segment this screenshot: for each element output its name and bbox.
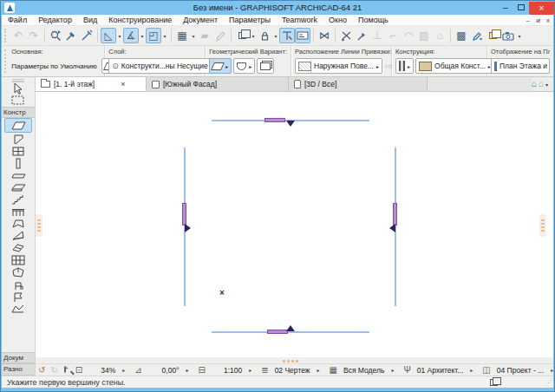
- tab-south-elevation[interactable]: [Южный Фасад]: [147, 77, 289, 91]
- tool-slab[interactable]: [4, 181, 32, 193]
- reference-line-button[interactable]: Наружная Пове... ▸: [295, 58, 382, 74]
- zoom-in-button[interactable]: +: [64, 366, 66, 373]
- zoom-level-dropdown[interactable]: ▸: [119, 367, 128, 373]
- right-scroll-indicator[interactable]: [539, 214, 546, 237]
- pop-up-navigator-icon[interactable]: ⌂: [532, 80, 537, 88]
- construction-method-button[interactable]: ▸: [395, 58, 414, 74]
- resize-grip[interactable]: ⋰: [545, 379, 552, 387]
- guide-lines-button[interactable]: ◺: [101, 28, 116, 43]
- horizontal-scroll-strip[interactable]: [36, 357, 553, 363]
- geometry-curved-wall-button[interactable]: ▸: [233, 58, 255, 74]
- zoom-to-selection-button[interactable]: [48, 28, 63, 43]
- orientation-icon[interactable]: ⊿: [132, 365, 144, 375]
- redo-button[interactable]: ↷: [26, 28, 42, 43]
- drag-node-button[interactable]: ⊥: [369, 28, 385, 43]
- zoom-level-value[interactable]: 34%: [97, 366, 119, 375]
- tool-roof[interactable]: [4, 218, 32, 230]
- pen-set-icon[interactable]: Ψ: [401, 365, 413, 375]
- coordinates-box-button[interactable]: [295, 28, 310, 43]
- menu-view[interactable]: Вид: [83, 16, 97, 24]
- orientation-dropdown[interactable]: ▸: [183, 367, 193, 373]
- tool-zone[interactable]: [4, 291, 32, 303]
- geometry-straight-wall-button[interactable]: ▸: [209, 58, 232, 74]
- scale-icon[interactable]: ⊟: [196, 365, 208, 375]
- toolbar-grip[interactable]: [4, 29, 8, 42]
- curve-edge-button[interactable]: ◠: [401, 28, 416, 43]
- eraser-button[interactable]: ▰: [197, 28, 212, 43]
- snap-guides-button[interactable]: ∡: [123, 28, 139, 43]
- inject-parameters-syringe-button[interactable]: [79, 28, 95, 43]
- dimension-style-value[interactable]: 04 Проект - ...: [493, 366, 547, 375]
- toolbox-section-misc[interactable]: Разно: [2, 363, 35, 376]
- snap-points-button[interactable]: ◰: [146, 28, 161, 43]
- navigator-dropdown-icon[interactable]: ▾: [545, 82, 548, 88]
- scale-value[interactable]: 1:100: [220, 366, 245, 375]
- camera-dropdown[interactable]: ▾: [516, 28, 523, 43]
- floor-plan-canvas[interactable]: ×: [36, 92, 553, 357]
- go-forward-button[interactable]: ↻: [48, 365, 60, 375]
- mdi-restore-icon[interactable]: ⌀: [536, 16, 540, 24]
- wall-bottom-line[interactable]: [212, 331, 369, 333]
- tab-close-icon[interactable]: ×: [121, 80, 125, 88]
- menu-teamwork[interactable]: Teamwork: [282, 16, 317, 24]
- toolbox-section-construct[interactable]: Констр: [2, 107, 35, 118]
- tool-shell[interactable]: [4, 230, 32, 242]
- wall-right-ref-segment[interactable]: [393, 203, 397, 225]
- magic-wand-settings-button[interactable]: ▩: [454, 28, 469, 43]
- tool-stair[interactable]: [4, 193, 32, 206]
- tool-door[interactable]: [4, 133, 32, 145]
- layer-button[interactable]: ⊙ Конструкти...ны Несущие ▸: [108, 58, 217, 74]
- orientation-value[interactable]: 0,00°: [159, 366, 183, 375]
- pen-set-value[interactable]: 01 Архитект...: [414, 366, 467, 375]
- scale-dropdown[interactable]: ▸: [245, 367, 255, 373]
- trace-reference-button[interactable]: [234, 28, 250, 43]
- wall-left-ref-segment[interactable]: [182, 203, 186, 225]
- fillet-corner-button[interactable]: ⌐: [385, 28, 401, 43]
- infobox-grip[interactable]: [3, 49, 6, 73]
- tab-3d-all[interactable]: [3D / Все]: [289, 77, 428, 91]
- trace-reference-dropdown[interactable]: ▾: [250, 28, 257, 43]
- wall-top-ref-segment[interactable]: [264, 118, 285, 122]
- tool-morph[interactable]: [4, 266, 32, 278]
- intersect-button[interactable]: ⋈: [317, 28, 332, 43]
- elevate-button[interactable]: ⌂: [432, 28, 447, 43]
- camera-button[interactable]: [500, 28, 516, 43]
- minimize-button[interactable]: –: [498, 2, 513, 14]
- tab-floor-plan[interactable]: [1. 1-й этаж] ×: [36, 77, 147, 91]
- model-view-dropdown[interactable]: ▸: [388, 367, 397, 373]
- model-view-value[interactable]: Вся Модель: [340, 366, 388, 375]
- tool-window[interactable]: [4, 145, 32, 157]
- lock-dropdown[interactable]: ▾: [272, 28, 279, 43]
- dimension-style-icon[interactable]: ◫: [480, 365, 493, 375]
- menu-options[interactable]: Параметры: [229, 16, 271, 24]
- save-view-button[interactable]: [485, 28, 500, 43]
- tool-arrow[interactable]: [4, 82, 32, 95]
- tool-column[interactable]: [4, 157, 32, 169]
- pick-up-parameters-eyedropper-button[interactable]: [63, 28, 79, 43]
- menu-design[interactable]: Конструирование: [108, 16, 172, 24]
- layer-combination-icon[interactable]: ≣: [258, 365, 271, 375]
- resize-button[interactable]: ▨: [416, 28, 432, 43]
- mdi-close-icon[interactable]: x: [546, 16, 550, 24]
- title-bar[interactable]: Без имени - GRAPHISOFT ARCHICAD-64 21 – …: [1, 1, 554, 15]
- show-hide-panels-icon[interactable]: [490, 379, 498, 386]
- adjust-button[interactable]: [354, 28, 369, 43]
- snap-guides-dropdown[interactable]: ▾: [139, 28, 146, 43]
- tool-wall[interactable]: [4, 118, 32, 133]
- floor-plan-display-button[interactable]: План Этажа и Ра: [491, 58, 550, 74]
- edit-elements-button[interactable]: [469, 28, 485, 43]
- snap-grid-button[interactable]: ▦: [174, 28, 190, 43]
- navigator-house-icon[interactable]: ⌂: [539, 80, 544, 88]
- left-scroll-indicator[interactable]: [36, 214, 42, 237]
- composite-structure-button[interactable]: Общая Конст... ▸: [415, 58, 494, 74]
- mdi-minimize-icon[interactable]: –: [526, 16, 530, 24]
- menu-help[interactable]: Помощь: [358, 16, 388, 24]
- guide-lines-dropdown[interactable]: ▾: [116, 28, 123, 43]
- menu-edit[interactable]: Редактор: [38, 16, 72, 24]
- tracker-button[interactable]: [279, 28, 295, 43]
- pen-button[interactable]: [212, 28, 228, 43]
- tool-skylight[interactable]: [4, 242, 32, 254]
- model-view-icon[interactable]: ▦: [327, 365, 340, 375]
- lock-button[interactable]: [257, 28, 272, 43]
- layer-combination-value[interactable]: 02 Чертеж: [271, 366, 314, 375]
